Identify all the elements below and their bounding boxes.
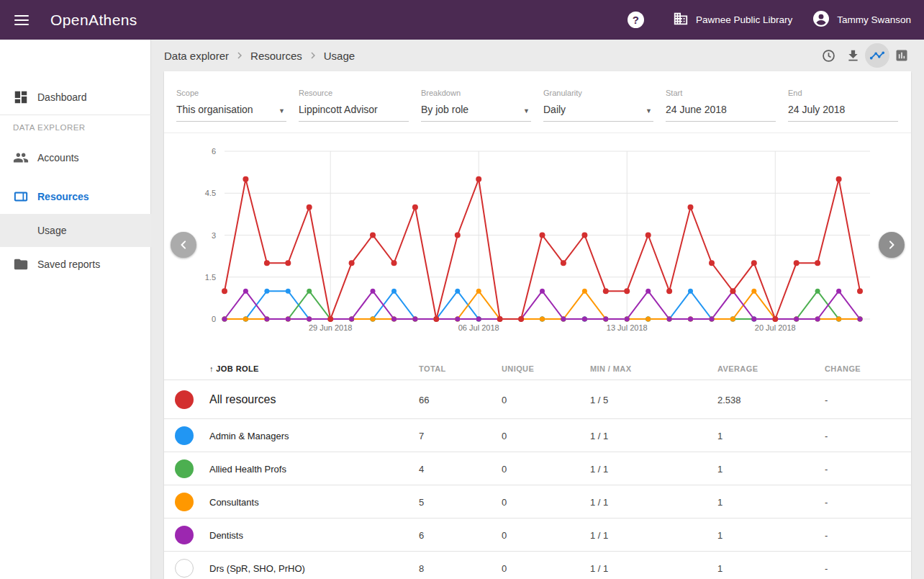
data-point — [666, 288, 672, 294]
unique-value: 0 — [502, 394, 507, 405]
data-point — [709, 260, 715, 266]
data-point — [243, 289, 248, 294]
data-point — [772, 316, 778, 322]
x-axis-tick-label: 29 Jun 2018 — [309, 323, 353, 332]
hamburger-icon[interactable] — [7, 6, 36, 35]
filter-label: Start — [666, 89, 776, 97]
sidebar-item-usage[interactable]: Usage — [0, 214, 151, 247]
column-header-min-max[interactable]: MIN / MAX — [590, 364, 631, 373]
data-point — [349, 317, 354, 322]
sidebar-item-accounts[interactable]: Accounts — [0, 141, 151, 174]
filter-label: Granularity — [543, 89, 653, 97]
table-row-allied-health-profs[interactable]: Allied Health Profs401 / 11- — [164, 452, 911, 485]
sidebar-item-saved-reports[interactable]: Saved reports — [0, 248, 151, 281]
change-value: - — [825, 430, 828, 441]
min-max-value: 1 / 5 — [590, 394, 608, 405]
chart-next-button[interactable] — [879, 232, 905, 258]
data-point — [836, 289, 841, 294]
data-point — [581, 233, 587, 238]
app-header: OpenAthens ? Pawnee Public Library T — [0, 0, 924, 40]
resource-input[interactable]: Resource Lippincott Advisor — [299, 89, 409, 115]
data-point — [603, 288, 609, 294]
bar-chart-icon[interactable] — [889, 43, 914, 68]
filter-label: Breakdown — [421, 89, 531, 97]
data-point — [476, 317, 481, 322]
average-value: 1 — [717, 562, 723, 573]
chart-canvas: 01.534.5629 Jun 201806 Jul 201813 Jul 20… — [164, 140, 911, 341]
data-point — [455, 289, 460, 294]
data-point — [688, 289, 693, 294]
data-point — [857, 288, 863, 294]
y-axis-tick-label: 6 — [212, 147, 216, 156]
breadcrumb-usage: Usage — [324, 50, 355, 62]
data-point — [540, 289, 545, 294]
data-point — [688, 317, 693, 322]
data-point — [285, 260, 291, 266]
granularity-select[interactable]: Granularity Daily ▼ — [543, 89, 653, 115]
data-point — [412, 205, 418, 210]
chevron-right-icon — [307, 49, 320, 62]
average-value: 2.538 — [717, 394, 741, 405]
total-value: 66 — [419, 394, 429, 405]
breadcrumb-resources[interactable]: Resources — [250, 50, 302, 62]
column-header-unique[interactable]: UNIQUE — [502, 364, 534, 373]
sidebar-divider — [0, 115, 151, 115]
data-point — [455, 317, 460, 322]
divider — [164, 133, 911, 133]
sidebar-item-dashboard[interactable]: Dashboard — [0, 81, 151, 114]
total-value: 4 — [419, 463, 424, 474]
data-point — [815, 260, 820, 266]
breadcrumb-data-explorer[interactable]: Data explorer — [164, 50, 229, 62]
series-color-dot — [175, 559, 194, 578]
breakdown-select[interactable]: Breakdown By job role ▼ — [421, 89, 531, 115]
data-point — [391, 317, 397, 322]
end-date-input[interactable]: End 24 July 2018 — [788, 89, 898, 115]
download-icon[interactable] — [841, 43, 865, 68]
scope-select[interactable]: Scope This organisation ▼ — [176, 89, 286, 115]
sidebar: Dashboard DATA EXPLORER Accounts Resourc… — [0, 40, 151, 579]
chart-prev-button[interactable] — [171, 232, 196, 258]
min-max-value: 1 / 1 — [590, 463, 608, 474]
history-icon[interactable] — [816, 43, 841, 68]
data-point — [222, 288, 227, 294]
start-date-input[interactable]: Start 24 June 2018 — [666, 89, 776, 115]
unique-value: 0 — [502, 496, 507, 507]
user-menu[interactable]: Tammy Swanson — [812, 10, 911, 30]
data-point — [603, 317, 608, 322]
total-value: 5 — [419, 496, 424, 507]
help-button[interactable]: ? — [628, 12, 644, 28]
data-point — [730, 317, 735, 322]
dropdown-caret-icon: ▼ — [646, 107, 652, 115]
total-value: 7 — [419, 430, 424, 441]
breakdown-table: ↑ JOB ROLETOTALUNIQUEMIN / MAXAVERAGECHA… — [164, 358, 911, 579]
table-row-admin-managers[interactable]: Admin & Managers701 / 11- — [164, 418, 911, 452]
row-label: Drs (SpR, SHO, PrHO) — [209, 562, 305, 573]
dropdown-caret-icon: ▼ — [523, 107, 530, 115]
data-point — [561, 317, 566, 322]
data-point — [476, 176, 481, 182]
column-header-total[interactable]: TOTAL — [419, 364, 446, 373]
column-header-average[interactable]: AVERAGE — [717, 364, 758, 373]
data-point — [836, 176, 842, 182]
sidebar-item-resources[interactable]: Resources — [0, 180, 151, 213]
column-header-change[interactable]: CHANGE — [825, 364, 861, 373]
data-point — [243, 176, 248, 182]
table-row-consultants[interactable]: Consultants501 / 11- — [164, 485, 911, 518]
table-row-drs-spr-sho-prho-[interactable]: Drs (SpR, SHO, PrHO)801 / 11- — [164, 551, 911, 579]
organization-switcher[interactable]: Pawnee Public Library — [673, 11, 792, 30]
data-point — [646, 233, 651, 238]
filter-value: Daily — [543, 104, 653, 115]
content-card: Scope This organisation ▼ Resource Lippi… — [164, 71, 911, 579]
usage-line-chart: 01.534.5629 Jun 201806 Jul 201813 Jul 20… — [164, 140, 911, 341]
x-axis-tick-label: 20 Jul 2018 — [755, 323, 796, 332]
table-row-dentists[interactable]: Dentists601 / 11- — [164, 518, 911, 551]
min-max-value: 1 / 1 — [590, 562, 608, 573]
chart-toolbar — [816, 43, 914, 68]
table-row-all-resources[interactable]: All resources6601 / 52.538- — [164, 380, 911, 418]
row-label: Consultants — [209, 496, 259, 507]
filter-label: End — [788, 89, 898, 97]
column-header-job-role[interactable]: ↑ JOB ROLE — [209, 364, 259, 373]
line-chart-icon[interactable] — [865, 43, 889, 68]
accounts-icon — [13, 150, 30, 166]
data-point — [476, 289, 481, 294]
